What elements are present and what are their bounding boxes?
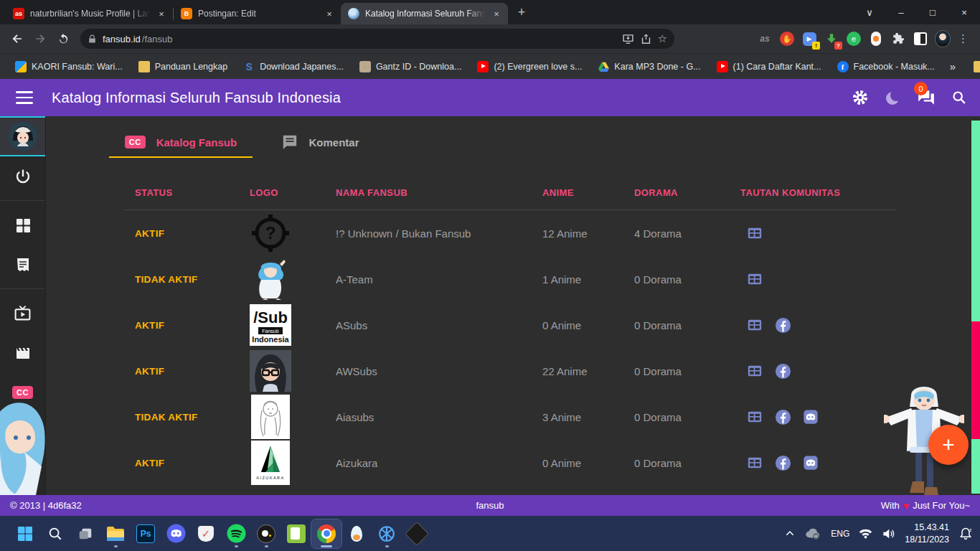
task-view-button[interactable]	[70, 519, 100, 548]
facebook-link-icon[interactable]	[774, 316, 791, 334]
address-bar[interactable]: fansub.id/fansub ☆	[80, 29, 674, 49]
discord-link-icon[interactable]	[802, 454, 819, 471]
start-button[interactable]	[10, 519, 40, 548]
tab-close-icon[interactable]: ×	[491, 8, 502, 19]
fansub-name[interactable]: Aizukara	[336, 457, 542, 469]
privacy-extension-icon[interactable]	[868, 31, 884, 47]
website-link-icon[interactable]	[746, 316, 763, 334]
tab-close-icon[interactable]: ×	[324, 8, 335, 19]
puzzle-extensions-icon[interactable]	[890, 31, 906, 47]
reload-icon[interactable]	[53, 29, 73, 49]
all-bookmarks-button[interactable]: All Bookmarks	[967, 58, 980, 75]
sidebar-item-anime-tv[interactable]	[0, 293, 45, 333]
scrollbar-thumb[interactable]	[971, 321, 980, 439]
browser-tab-fansub-active[interactable]: Katalog Informasi Seluruh Fansu... ×	[341, 3, 508, 24]
tab-komentar[interactable]: Komentar	[253, 126, 389, 158]
bookmark-panduan[interactable]: Panduan Lengkap	[132, 58, 234, 75]
website-link-icon[interactable]	[746, 225, 763, 242]
install-icon[interactable]	[622, 33, 634, 45]
sidebar-item-logout[interactable]	[0, 156, 45, 196]
dark-mode-moon-icon[interactable]	[884, 88, 903, 107]
language-indicator[interactable]: ENG	[831, 529, 849, 539]
discord-link-icon[interactable]	[802, 408, 819, 425]
profile-avatar[interactable]	[935, 31, 951, 47]
browser-tab-lastfm[interactable]: as naturbrilian's Music Profile | Last..…	[6, 3, 173, 24]
share-icon[interactable]	[640, 33, 652, 45]
close-button[interactable]: ×	[948, 0, 980, 24]
col-anime: ANIME	[542, 187, 634, 198]
svg-text:z: z	[969, 527, 971, 532]
evernote-extension-icon[interactable]: e	[846, 31, 862, 47]
search-icon[interactable]	[950, 88, 969, 107]
bookmark-star-icon[interactable]: ☆	[658, 32, 667, 45]
chat-icon[interactable]: 0	[917, 88, 936, 107]
blue-app-button[interactable]	[372, 519, 402, 548]
facebook-link-icon[interactable]	[774, 362, 791, 380]
sidebar-item-dorama-movie[interactable]	[0, 333, 45, 372]
bookmark-kara-mp3[interactable]: Kara MP3 Done - G...	[591, 58, 707, 75]
wifi-icon[interactable]	[859, 528, 872, 539]
onedrive-paused-icon[interactable]	[804, 527, 821, 540]
sidebar-item-dashboard[interactable]	[0, 205, 45, 245]
sidebar-user-avatar[interactable]	[0, 116, 45, 156]
video-extension-icon[interactable]: ▶ !	[801, 31, 817, 47]
tab-katalog-fansub[interactable]: CC Katalog Fansub	[109, 126, 253, 158]
bookmark-evergreen[interactable]: (2) Evergreen love s...	[471, 58, 588, 75]
fansub-name[interactable]: A-Team	[336, 273, 542, 286]
settings-gear-icon[interactable]	[851, 88, 870, 107]
file-explorer-button[interactable]	[100, 519, 131, 548]
browser-menu-icon[interactable]: ⋮	[953, 32, 973, 45]
discord-button[interactable]	[161, 519, 191, 548]
status-badge: TIDAK AKTIF	[135, 412, 250, 423]
bookmark-download-japanese[interactable]: SDownload Japanes...	[237, 58, 350, 75]
fansub-name[interactable]: Aiasubs	[336, 411, 542, 423]
minimize-button[interactable]: –	[885, 0, 917, 24]
bookmark-gantz[interactable]: Gantz ID - Downloa...	[353, 58, 468, 75]
bookmark-cara-daftar[interactable]: (1) Cara Daftar Kant...	[710, 58, 828, 75]
fansub-name[interactable]: AWSubs	[336, 365, 542, 377]
taskbar-search-button[interactable]	[40, 519, 70, 548]
svg-text:?: ?	[265, 223, 276, 242]
table-row: AKTIF /SubFansubIndonesia ASubs 0 Anime …	[125, 302, 897, 348]
musicbee-button[interactable]	[251, 519, 281, 548]
maximize-button[interactable]: □	[917, 0, 948, 24]
notepadpp-button[interactable]	[281, 519, 311, 548]
darkreader-extension-icon[interactable]	[913, 31, 928, 47]
bookmarks-overflow-icon[interactable]: »	[944, 60, 961, 72]
forward-icon[interactable]	[30, 29, 50, 49]
tab-close-icon[interactable]: ×	[156, 8, 167, 19]
fansub-name[interactable]: ASubs	[336, 319, 542, 331]
website-link-icon[interactable]	[746, 270, 763, 288]
fansub-name[interactable]: !? Unknown / Bukan Fansub	[336, 227, 542, 240]
website-link-icon[interactable]	[746, 454, 763, 471]
rainmeter-button[interactable]	[341, 519, 372, 548]
downloader-extension-icon[interactable]: ?	[824, 31, 839, 47]
new-tab-button[interactable]: +	[512, 3, 531, 22]
speaker-icon[interactable]	[882, 528, 895, 540]
website-link-icon[interactable]	[746, 362, 763, 380]
back-icon[interactable]	[7, 29, 27, 49]
checkmark-app-button[interactable]: ✓	[191, 519, 221, 548]
lastfm-extension-icon[interactable]: as	[757, 31, 773, 47]
photoshop-button[interactable]: Ps	[131, 519, 161, 548]
spotify-button[interactable]	[221, 519, 251, 548]
browser-tab-blogger[interactable]: B Postingan: Edit ×	[174, 3, 341, 24]
bookmark-kaori[interactable]: KAORI Fansub: Wari...	[9, 58, 129, 75]
content: CC Katalog Fansub Komentar STATUS LOGO N…	[46, 116, 971, 495]
adblock-extension-icon[interactable]: ✋	[779, 31, 795, 47]
sidebar-item-news[interactable]	[0, 245, 45, 284]
notification-bell-icon[interactable]: z	[958, 527, 973, 541]
hamburger-menu-icon[interactable]	[16, 91, 33, 104]
clock[interactable]: 15.43.41 18/11/2023	[905, 522, 949, 545]
tray-chevron-up-icon[interactable]	[785, 529, 795, 539]
facebook-link-icon[interactable]	[774, 408, 791, 425]
page-scrollbar[interactable]	[971, 121, 980, 494]
inkscape-button[interactable]	[402, 519, 432, 548]
add-fab-button[interactable]: +	[928, 425, 969, 465]
facebook-link-icon[interactable]	[774, 454, 791, 471]
tab-search-icon[interactable]: ∨	[854, 0, 885, 24]
chrome-button[interactable]	[311, 519, 341, 548]
bookmark-facebook[interactable]: fFacebook - Masuk...	[831, 58, 941, 75]
website-link-icon[interactable]	[746, 408, 763, 425]
url-path: /fansub	[142, 34, 173, 44]
